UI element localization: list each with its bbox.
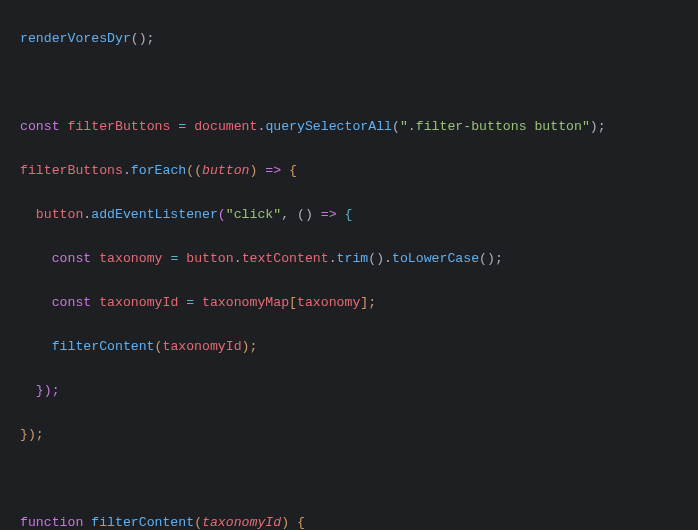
code-line: filterContent(taxonomyId); — [20, 336, 698, 358]
code-line: renderVoresDyr(); — [20, 28, 698, 50]
code-line: filterButtons.forEach((button) => { — [20, 160, 698, 182]
keyword-const: const — [20, 119, 60, 134]
code-line: function filterContent(taxonomyId) { — [20, 512, 698, 530]
code-line: button.addEventListener("click", () => { — [20, 204, 698, 226]
code-line: const taxonomyId = taxonomyMap[taxonomy]… — [20, 292, 698, 314]
code-line: }); — [20, 380, 698, 402]
code-line: }); — [20, 424, 698, 446]
code-line: const filterButtons = document.querySele… — [20, 116, 698, 138]
code-line — [20, 72, 698, 94]
code-line: const taxonomy = button.textContent.trim… — [20, 248, 698, 270]
fn-call: renderVoresDyr — [20, 31, 131, 46]
code-editor[interactable]: renderVoresDyr(); const filterButtons = … — [0, 0, 698, 530]
code-line — [20, 468, 698, 490]
